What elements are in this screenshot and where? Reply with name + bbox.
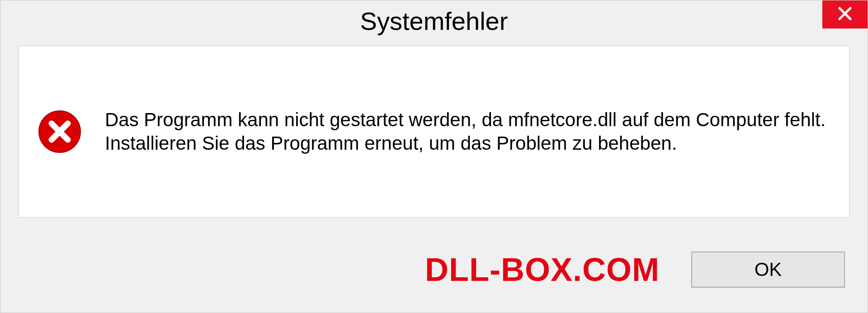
- error-icon: [37, 109, 82, 154]
- ok-button[interactable]: OK: [691, 251, 845, 288]
- error-message: Das Programm kann nicht gestartet werden…: [105, 108, 826, 156]
- close-icon: [837, 5, 853, 24]
- watermark-text: DLL-BOX.COM: [425, 251, 660, 288]
- message-panel: Das Programm kann nicht gestartet werden…: [19, 46, 849, 218]
- dialog-footer: DLL-BOX.COM OK: [0, 227, 868, 313]
- dialog-title: Systemfehler: [360, 6, 508, 36]
- close-button[interactable]: [822, 0, 868, 28]
- titlebar: Systemfehler: [0, 0, 868, 41]
